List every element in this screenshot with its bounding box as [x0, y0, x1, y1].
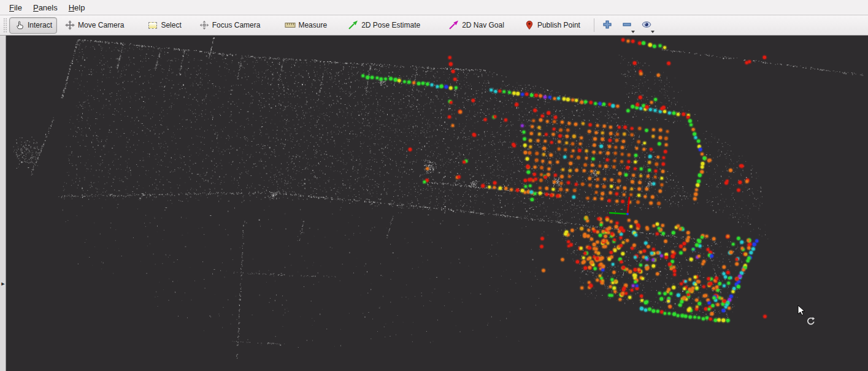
menu-bar: File Panels Help [0, 0, 868, 15]
tool-label: Interact [28, 21, 52, 29]
displays-panel-collapsed: ▶ [0, 36, 6, 371]
menu-file[interactable]: File [4, 1, 28, 14]
move-camera-icon [64, 20, 75, 30]
tool-label: Move Camera [78, 21, 124, 29]
menu-panels[interactable]: Panels [28, 1, 63, 14]
measure-ruler-icon [285, 20, 296, 30]
add-tool-button[interactable] [599, 17, 615, 34]
tool-label: Measure [298, 21, 327, 29]
menu-help[interactable]: Help [63, 1, 91, 14]
focus-camera-icon [199, 20, 210, 30]
2d-pose-estimate-tool-button[interactable]: 2D Pose Estimate [343, 17, 425, 34]
measure-tool-button[interactable]: Measure [280, 17, 332, 34]
tool-label: 2D Nav Goal [462, 21, 504, 29]
tool-label: Focus Camera [212, 21, 261, 29]
focus-camera-tool-button[interactable]: Focus Camera [194, 17, 266, 34]
remove-tool-button[interactable] [619, 17, 635, 34]
2d-nav-goal-tool-button[interactable]: 2D Nav Goal [444, 17, 509, 34]
tool-label: 2D Pose Estimate [361, 21, 420, 29]
plus-icon [602, 19, 613, 32]
interact-hand-icon [14, 20, 25, 30]
toolbar-separator [594, 18, 594, 32]
rviz-window: File Panels Help Interact Move Camera Se… [0, 0, 868, 371]
map-pin-icon [524, 20, 535, 30]
expand-panel-button[interactable]: ▶ [0, 280, 6, 288]
publish-point-tool-button[interactable]: Publish Point [519, 17, 585, 34]
tool-label: Select [161, 21, 181, 29]
green-pose-arrow-icon [348, 20, 359, 30]
move-camera-tool-button[interactable]: Move Camera [60, 17, 129, 34]
eye-icon [641, 19, 652, 32]
select-box-icon [147, 20, 158, 30]
interact-tool-button[interactable]: Interact [9, 17, 57, 34]
minus-icon [621, 19, 632, 32]
tool-bar: Interact Move Camera Select Focus Camera… [0, 15, 868, 36]
dropdown-caret-icon [631, 31, 635, 33]
tool-label: Publish Point [537, 21, 580, 29]
dropdown-caret-icon [651, 31, 655, 33]
magenta-goal-arrow-icon [448, 20, 459, 30]
select-tool-button[interactable]: Select [142, 17, 186, 34]
tool-properties-button[interactable] [639, 17, 655, 34]
rviz-3d-viewport[interactable] [0, 0, 868, 371]
toolbar-grip-handle[interactable] [3, 18, 7, 33]
